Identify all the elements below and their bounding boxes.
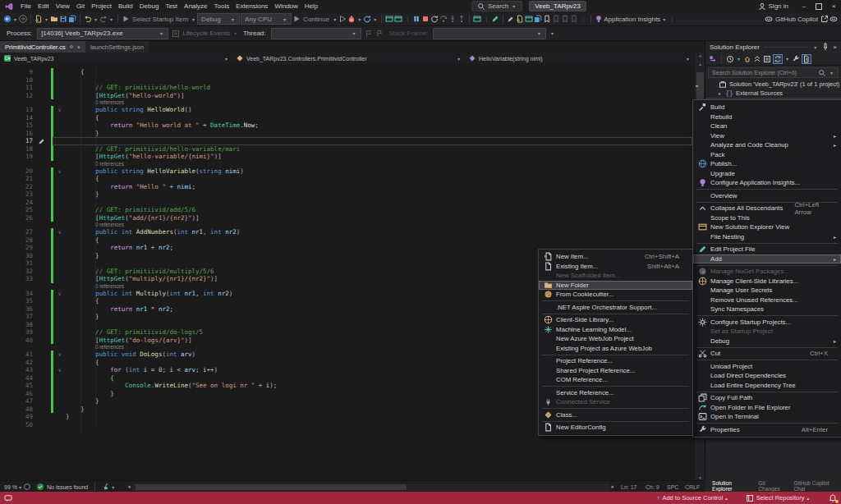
fold-toggle[interactable]: ∨ <box>53 290 66 298</box>
menu-view[interactable]: View <box>53 0 73 12</box>
add-submenu-item[interactable]: Machine Learning Model... <box>539 325 692 335</box>
add-submenu-item[interactable]: New Azure WebJob Project <box>539 334 692 344</box>
fold-toggle[interactable]: ∨ <box>53 351 66 359</box>
menu-debug[interactable]: Debug <box>136 0 163 12</box>
code-line[interactable]: 10 <box>0 76 694 85</box>
tree-item[interactable]: Solution 'Veeb_TARpv23' (1 of 1 project) <box>705 80 841 89</box>
bookmarkd-icon[interactable] <box>561 15 569 23</box>
add-submenu-item[interactable]: From Cookiecutter... <box>539 290 692 300</box>
application-insights-dropdown[interactable]: Application Insights <box>604 16 660 23</box>
context-menu-item[interactable]: Manage Client-Side Libraries... <box>693 277 841 286</box>
continue-button[interactable]: Continue <box>301 16 331 23</box>
context-menu-item[interactable]: Scope to This <box>693 213 841 223</box>
winteal-icon[interactable] <box>385 15 393 23</box>
notifications-bell-icon[interactable] <box>829 494 837 502</box>
bookmarkd-icon[interactable] <box>570 15 578 23</box>
flame-icon[interactable] <box>347 15 356 23</box>
menu-project[interactable]: Project <box>88 0 115 12</box>
scroll-left-icon[interactable]: ◂ <box>127 483 131 490</box>
document-tab[interactable]: launchSettings.json <box>85 41 149 53</box>
bookmarkd-icon[interactable] <box>552 15 560 23</box>
stepout-icon[interactable] <box>457 15 466 23</box>
context-menu-item[interactable]: Configure Application Insights... <box>693 178 841 188</box>
context-menu-item[interactable]: Sync Namespaces <box>693 305 841 314</box>
add-submenu-item[interactable]: Existing Project as Azure WebJob <box>539 344 692 354</box>
chevron-down-icon[interactable]: ▾ <box>17 484 23 490</box>
flag-icon[interactable] <box>365 30 373 38</box>
chevron-down-icon[interactable]: ▾ <box>110 484 116 490</box>
history-icon[interactable] <box>726 55 734 63</box>
code-line[interactable]: 24 <box>0 199 694 207</box>
health-indicator-icon[interactable] <box>23 483 31 491</box>
winteal-icon[interactable] <box>525 15 533 23</box>
scrollbar-thumb[interactable] <box>136 484 407 490</box>
stepover-icon[interactable] <box>439 15 448 23</box>
copilot-icon[interactable] <box>765 15 773 23</box>
menu-extensions[interactable]: Extensions <box>232 0 271 12</box>
context-menu-item[interactable]: View▸ <box>693 131 841 141</box>
code-line[interactable]: 28 { <box>0 236 694 245</box>
newdoc-icon[interactable] <box>34 15 43 23</box>
add-submenu-item[interactable]: COM Reference... <box>539 375 692 385</box>
select-repository-button[interactable]: Select Repository ▴ <box>746 494 809 502</box>
stop-icon[interactable] <box>421 15 430 23</box>
undo-icon[interactable] <box>84 15 92 23</box>
pin-icon[interactable] <box>69 43 74 51</box>
chevron-down-icon[interactable]: ▾ <box>784 56 790 62</box>
codelens-references[interactable]: 0 references <box>0 161 694 167</box>
tool-window-tab[interactable]: GitHub Copilot Chat <box>793 480 841 492</box>
homeup-icon[interactable] <box>743 55 751 63</box>
tool-window-tab[interactable]: Solution Explorer <box>712 480 752 492</box>
codelens-references[interactable]: 0 references <box>0 99 694 106</box>
debug-config-dropdown[interactable]: Debug▾ <box>197 13 240 25</box>
tool-window-tab[interactable]: Git Changes <box>758 480 788 492</box>
add-submenu-item[interactable]: Service Reference... <box>539 388 692 398</box>
pause-icon[interactable] <box>412 15 420 23</box>
menu-analyze[interactable]: Analyze <box>181 0 210 12</box>
add-submenu-item[interactable]: Shared Project Reference... <box>539 366 692 376</box>
close-icon[interactable]: × <box>833 44 837 51</box>
saveall-icon[interactable] <box>534 15 542 23</box>
add-submenu-item[interactable]: .NET Aspire Orchestrator Support... <box>539 303 692 313</box>
code-line[interactable]: 14 { <box>0 114 694 122</box>
menu-edit[interactable]: Edit <box>34 0 53 12</box>
code-line[interactable]: 18 // GET: primitiivid/hello-variable/ma… <box>0 145 694 153</box>
menu-file[interactable]: File <box>17 0 34 12</box>
issues-status[interactable]: No issues found <box>47 484 88 490</box>
code-line[interactable]: 21 { <box>0 175 694 183</box>
sync-icon[interactable] <box>773 54 783 64</box>
add-submenu-item[interactable]: Existing Item...Shift+Alt+A <box>539 262 692 272</box>
restart-icon[interactable] <box>363 15 371 23</box>
column-indicator[interactable]: Ch: 9 <box>646 484 667 490</box>
newdoc-icon[interactable] <box>516 15 524 23</box>
context-menu-item[interactable]: File Nesting▸ <box>693 232 841 242</box>
code-line[interactable]: 26 [HttpGet("add/{nr1}/{nr2}")] <box>0 214 694 222</box>
bulb-icon[interactable] <box>595 15 603 23</box>
document-tab[interactable]: PrimitiividController.cs× <box>0 41 85 53</box>
save-icon[interactable] <box>59 15 67 23</box>
context-menu-item[interactable]: Analyze and Code Cleanup▸ <box>693 140 841 150</box>
restart2-icon[interactable] <box>430 15 439 23</box>
sign-in-button[interactable]: Sign in <box>758 2 788 11</box>
context-menu-item[interactable]: Rebuild <box>693 112 841 122</box>
play-icon[interactable] <box>292 15 301 23</box>
add-submenu-item[interactable]: New Folder <box>539 281 692 291</box>
pin-icon[interactable] <box>821 43 830 51</box>
context-menu-item[interactable]: Load Entire Dependency Tree <box>693 381 841 391</box>
thread-dropdown[interactable]: ▾ <box>271 28 361 39</box>
code-line[interactable]: 11 // GET: primitiivid/hello-world <box>0 84 694 92</box>
context-menu-item[interactable]: Upgrade <box>693 169 841 179</box>
context-menu-item[interactable]: Build <box>693 103 841 112</box>
add-submenu-item[interactable]: Class... <box>539 410 692 420</box>
add-to-source-control-button[interactable]: ↑ Add to Source Control ▴ <box>657 494 728 502</box>
fold-toggle[interactable]: ∨ <box>53 366 66 374</box>
eol-indicator[interactable]: CRLF <box>685 484 705 490</box>
back-icon[interactable] <box>3 15 11 23</box>
play-icon[interactable] <box>122 15 130 23</box>
tree-item[interactable]: ▸{}External Sources <box>705 89 841 98</box>
context-menu-item[interactable]: Copy Full Path <box>693 393 841 403</box>
code-line[interactable]: 20∨ public string HelloVariable(string n… <box>0 167 694 176</box>
search-box[interactable]: Search ▾ <box>471 1 522 11</box>
copilot-icon[interactable] <box>830 15 838 23</box>
menu-window[interactable]: Window <box>271 0 301 12</box>
